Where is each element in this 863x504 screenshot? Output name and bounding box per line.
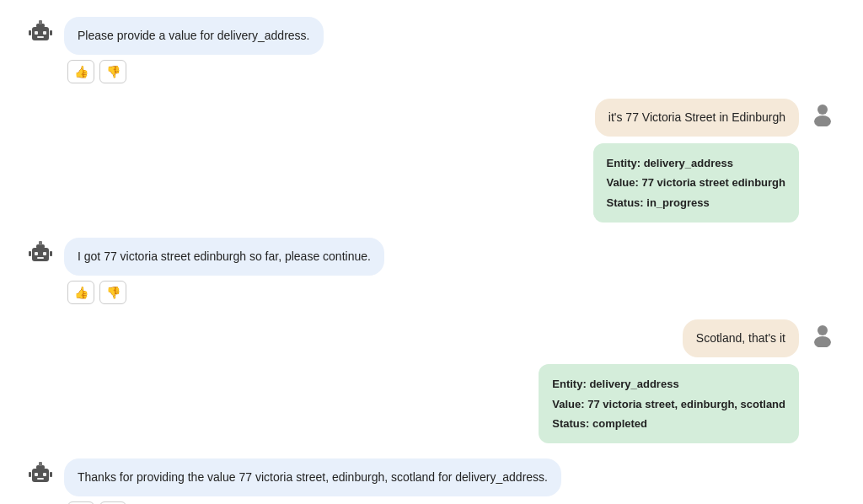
bot-avatar-3 bbox=[25, 458, 56, 489]
user-bubble-2: Scotland, that's it bbox=[683, 319, 799, 357]
entity-label-2: Entity: bbox=[552, 378, 586, 390]
svg-rect-12 bbox=[39, 241, 42, 245]
user-group-2: Scotland, that's it Entity: delivery_add… bbox=[539, 319, 838, 443]
thumbs-up-button-1[interactable]: 👍 bbox=[67, 60, 94, 83]
feedback-buttons-2: 👍 👎 bbox=[64, 281, 384, 304]
entity-bubble-1: Entity: delivery_address Value: 77 victo… bbox=[593, 143, 799, 223]
svg-rect-6 bbox=[29, 30, 31, 35]
bot-bubble-2: I got 77 victoria street edinburgh so fa… bbox=[64, 238, 384, 276]
user-bubble-1: it's 77 Victoria Street in Edinburgh bbox=[595, 99, 799, 137]
svg-rect-22 bbox=[39, 462, 42, 466]
bot-avatar bbox=[25, 17, 56, 47]
value-label: Value: bbox=[607, 176, 639, 189]
bot-avatar-2 bbox=[25, 238, 56, 268]
bot-message-row-3: Thanks for providing the value 77 victor… bbox=[25, 458, 598, 504]
status-label: Status: bbox=[607, 196, 644, 209]
feedback-buttons-1: 👍 👎 bbox=[64, 60, 324, 83]
thumbs-up-button-2[interactable]: 👍 bbox=[67, 281, 94, 304]
svg-rect-14 bbox=[43, 252, 46, 255]
svg-rect-23 bbox=[35, 473, 38, 476]
svg-rect-15 bbox=[37, 257, 44, 259]
bot-message-row: Please provide a value for delivery_addr… bbox=[25, 17, 598, 83]
svg-rect-17 bbox=[50, 251, 52, 256]
bot-message-row-2: I got 77 victoria street edinburgh so fa… bbox=[25, 238, 598, 304]
svg-point-9 bbox=[814, 115, 831, 126]
thumbs-down-button-2[interactable]: 👎 bbox=[99, 281, 126, 304]
user-message-row-2: Scotland, that's it bbox=[683, 319, 838, 357]
bot-bubble-wrap-2: I got 77 victoria street edinburgh so fa… bbox=[64, 238, 384, 304]
svg-rect-26 bbox=[29, 472, 31, 477]
value-label-2: Value: bbox=[552, 398, 584, 410]
svg-rect-4 bbox=[43, 31, 46, 35]
svg-rect-13 bbox=[35, 252, 38, 255]
user-group-1: it's 77 Victoria Street in Edinburgh Ent… bbox=[593, 99, 838, 223]
svg-rect-3 bbox=[35, 31, 38, 35]
svg-rect-5 bbox=[37, 36, 44, 38]
bot-bubble-wrap-3: Thanks for providing the value 77 victor… bbox=[64, 458, 561, 504]
svg-rect-27 bbox=[50, 472, 52, 477]
user-message-row-1: it's 77 Victoria Street in Edinburgh bbox=[595, 99, 838, 137]
chat-container: Please provide a value for delivery_addr… bbox=[0, 0, 863, 504]
svg-rect-24 bbox=[43, 473, 46, 476]
svg-rect-25 bbox=[37, 478, 44, 480]
thumbs-down-button-1[interactable]: 👎 bbox=[99, 60, 126, 83]
user-avatar-1 bbox=[807, 99, 838, 129]
entity-label: Entity: bbox=[607, 157, 641, 169]
entity-bubble-2: Entity: delivery_address Value: 77 victo… bbox=[539, 364, 799, 443]
bot-bubble-1: Please provide a value for delivery_addr… bbox=[64, 17, 324, 55]
svg-point-8 bbox=[817, 105, 828, 115]
svg-rect-16 bbox=[29, 251, 31, 256]
svg-rect-2 bbox=[39, 20, 42, 24]
svg-point-18 bbox=[817, 325, 828, 335]
svg-rect-7 bbox=[50, 30, 52, 35]
user-avatar-2 bbox=[807, 319, 838, 350]
bot-bubble-3: Thanks for providing the value 77 victor… bbox=[64, 458, 561, 496]
status-label-2: Status: bbox=[552, 417, 589, 430]
svg-point-19 bbox=[814, 336, 831, 347]
bot-bubble-wrap: Please provide a value for delivery_addr… bbox=[64, 17, 324, 83]
